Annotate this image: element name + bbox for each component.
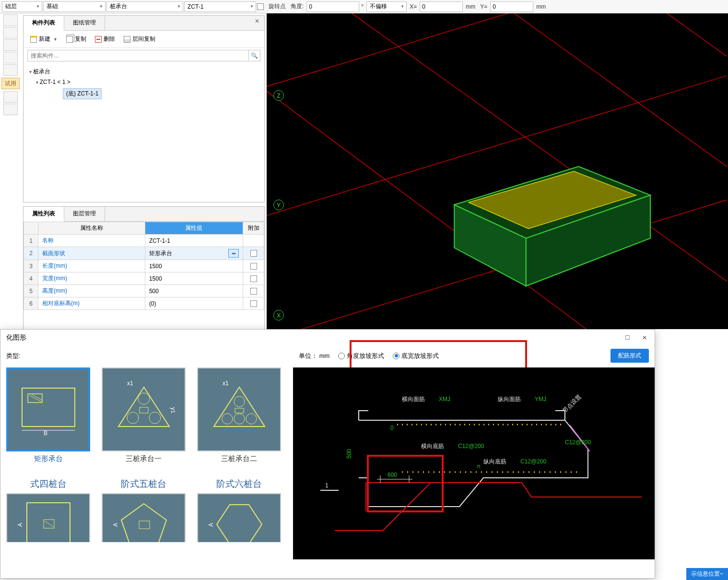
table-row[interactable]: 5 高度(mm) 500 — [24, 285, 264, 297]
y-label: Y= — [478, 3, 489, 10]
floor-dropdown[interactable]: 础层 — [2, 1, 42, 12]
prop-name: 名称 — [38, 235, 145, 247]
shape-thumb[interactable]: 式四桩台A — [6, 475, 90, 542]
tab-drawing-manage[interactable]: 图纸管理 — [64, 16, 105, 30]
copy-button[interactable]: 复制 — [63, 34, 89, 45]
shape-thumb[interactable]: 阶式六桩台A — [197, 475, 281, 542]
y-input[interactable] — [490, 1, 533, 12]
left-strip-btn-5[interactable] — [3, 64, 18, 76]
tree-child[interactable]: ZCT-1 < 1 > — [36, 77, 258, 87]
more-icon[interactable]: ••• — [228, 249, 239, 258]
search-button[interactable]: 🔍 — [249, 50, 260, 61]
extra-cell[interactable] — [243, 297, 264, 310]
right-code: C12@200 — [565, 439, 591, 446]
svg-line-42 — [570, 425, 590, 451]
svg-text:A: A — [113, 523, 119, 527]
thumb-image: A — [102, 493, 186, 542]
extra-cell[interactable] — [243, 260, 264, 272]
shape-thumb[interactable]: x1三桩承台二 — [197, 367, 281, 463]
top-toolbar: 础层 基础 桩承台 ZCT-1 旋转点 角度: ° 不偏移 X= mm Y= m… — [0, 0, 728, 13]
tree-root[interactable]: 桩承台 — [29, 66, 258, 77]
axis-z-label: Z — [273, 90, 284, 101]
axis-x-label: X — [273, 310, 284, 320]
tab-layer-manage[interactable]: 图层管理 — [64, 207, 105, 221]
extra-cell[interactable] — [243, 235, 264, 247]
copy-label: 复制 — [75, 35, 86, 43]
type-value: 基础 — [47, 2, 58, 11]
svg-rect-29 — [235, 408, 244, 413]
dialog-header: 化图形 ☐ ✕ — [0, 330, 655, 346]
table-row[interactable]: 6 相对底标高(m) (0) — [24, 297, 264, 310]
svg-point-27 — [234, 414, 245, 424]
extra-checkbox[interactable] — [250, 250, 257, 257]
angle-input[interactable] — [306, 1, 359, 12]
shape-dialog: 化图形 ☐ ✕ 类型: 单位： mm 角度放坡形式 底宽放坡形式 配筋形式 B矩… — [0, 329, 655, 579]
extra-checkbox[interactable] — [250, 300, 257, 307]
layer-copy-button[interactable]: 层间复制 — [121, 34, 158, 45]
extra-checkbox[interactable] — [250, 275, 257, 282]
category-dropdown[interactable]: 桩承台 — [106, 1, 183, 12]
thumb-caption: 阶式六桩台 — [197, 478, 281, 490]
component-toolbar: 新建▼ 复制 删除 层间复制 — [23, 31, 264, 48]
radio-width-slope[interactable] — [393, 353, 399, 359]
name-dropdown[interactable]: ZCT-1 — [184, 1, 256, 12]
row-num: 6 — [24, 297, 38, 310]
trial-button[interactable]: 试用 — [1, 78, 20, 89]
tree-child-label: ZCT-1 < 1 > — [40, 79, 70, 85]
shape-thumb[interactable]: B矩形承台 — [6, 367, 90, 463]
close-icon[interactable]: ✕ — [250, 16, 264, 30]
viewport-3d[interactable]: Z Y X — [267, 13, 728, 329]
table-row[interactable]: 1 名称 ZCT-1-1 — [24, 235, 264, 247]
left-strip-btn-2[interactable] — [3, 27, 18, 38]
search-input[interactable] — [27, 50, 249, 61]
table-row[interactable]: 4 宽度(mm) 1500 — [24, 272, 264, 285]
section-drawing: 横向面筋 XMJ 纵向面筋 YMJ 节点设置 横向底筋 C12@200 纵向底筋… — [293, 367, 655, 559]
col-extra[interactable]: 附加 — [243, 222, 264, 235]
extra-cell[interactable] — [243, 272, 264, 285]
extra-checkbox[interactable] — [250, 288, 257, 295]
left-strip-btn-4[interactable] — [3, 52, 18, 63]
shape-thumb[interactable]: 阶式五桩台A — [102, 475, 186, 542]
svg-text:x1: x1 — [127, 380, 133, 387]
left-strip-btn-7[interactable] — [3, 104, 18, 115]
layer-icon — [124, 36, 130, 43]
thumb-image: A — [197, 493, 281, 542]
left-strip-btn-3[interactable] — [3, 39, 18, 51]
thumb-caption: 矩形承台 — [6, 454, 90, 463]
rebar-form-button[interactable]: 配筋形式 — [611, 349, 649, 363]
tab-property-list[interactable]: 属性列表 — [23, 207, 64, 222]
col-value[interactable]: 属性值 — [145, 222, 243, 235]
left-strip-btn-1[interactable] — [3, 14, 18, 26]
offset-dropdown[interactable]: 不偏移 — [366, 1, 407, 12]
component-tabs: 构件列表 图纸管理 ✕ — [23, 16, 264, 31]
unit-value: mm — [319, 352, 330, 359]
angle-label: 角度: — [289, 2, 305, 11]
prop-value: (0) — [145, 297, 243, 310]
shape-thumb[interactable]: x1y1三桩承台一 — [102, 367, 186, 463]
delete-button[interactable]: 删除 — [92, 34, 118, 45]
maximize-icon[interactable]: ☐ — [623, 333, 632, 342]
row-num: 3 — [24, 260, 38, 272]
tree-leaf-label: (底) ZCT-1-1 — [63, 88, 102, 99]
dialog-title: 化图形 — [6, 333, 26, 342]
type-dropdown[interactable]: 基础 — [43, 1, 106, 12]
col-name[interactable]: 属性名称 — [38, 222, 145, 235]
new-button[interactable]: 新建▼ — [27, 34, 60, 45]
dim-600: 600 — [387, 472, 397, 478]
radio-angle-slope[interactable] — [338, 353, 345, 359]
tab-component-list[interactable]: 构件列表 — [23, 16, 64, 31]
rotate-checkbox[interactable] — [257, 3, 264, 10]
dim-1: 1 — [325, 482, 329, 489]
table-row[interactable]: 3 长度(mm) 1500 — [24, 260, 264, 272]
left-strip-btn-6[interactable] — [3, 91, 18, 103]
tree-leaf[interactable]: (底) ZCT-1-1 — [63, 87, 258, 101]
dialog-close-icon[interactable]: ✕ — [640, 333, 649, 342]
x-input[interactable] — [420, 1, 463, 12]
zx-bot-label: 纵向底筋 — [483, 458, 506, 465]
table-row[interactable]: 2 截面形状 矩形承台••• — [24, 247, 264, 260]
mm-label-2: mm — [534, 3, 548, 10]
dim-n: n — [477, 463, 481, 470]
extra-cell[interactable] — [243, 285, 264, 297]
extra-cell[interactable] — [243, 247, 264, 260]
extra-checkbox[interactable] — [250, 263, 257, 270]
